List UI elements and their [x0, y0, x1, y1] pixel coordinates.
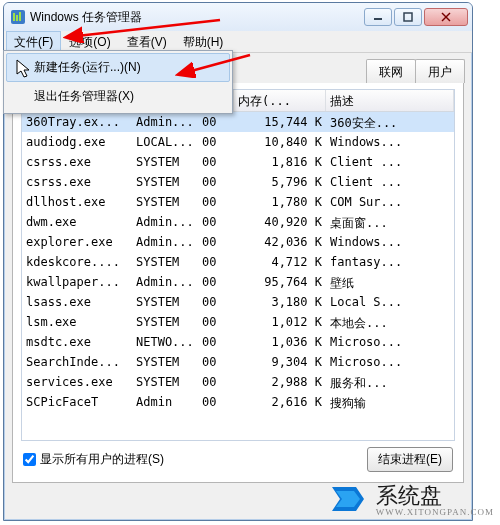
svg-line-8 — [68, 20, 220, 37]
annotation-arrows — [0, 0, 500, 525]
watermark-icon — [326, 477, 370, 521]
watermark-subtext: WWW.XITONGPAN.COM — [376, 507, 494, 517]
svg-line-9 — [180, 55, 250, 74]
watermark-text: 系统盘 — [376, 483, 442, 508]
watermark: 系统盘 WWW.XITONGPAN.COM — [326, 477, 494, 521]
cursor-icon — [16, 59, 34, 81]
